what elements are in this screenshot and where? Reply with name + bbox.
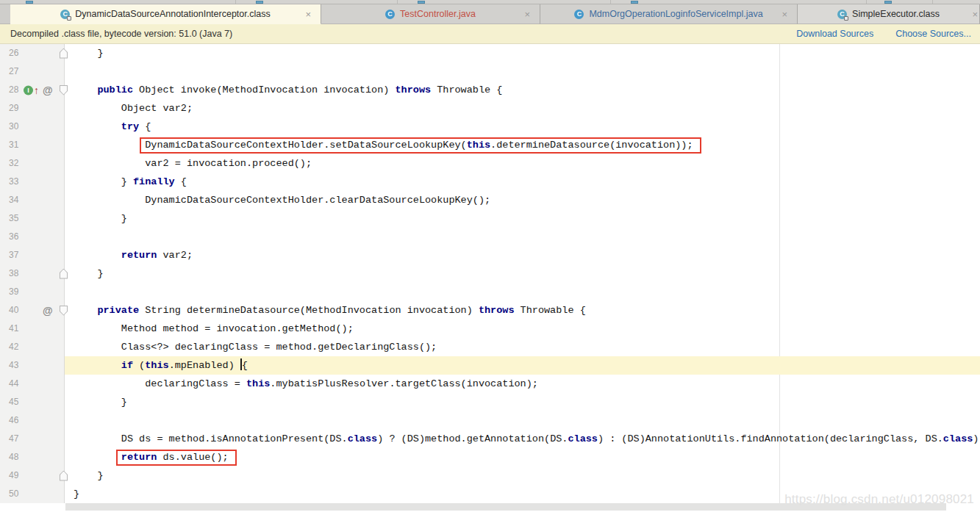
gutter-cell: 34 <box>0 191 65 209</box>
tab-bar-spacer <box>0 4 10 24</box>
editor-tab[interactable]: CMdmOrgOperationLoginfoServiceImpl.java× <box>540 4 798 24</box>
indent <box>74 470 97 481</box>
code-token: { <box>139 121 151 132</box>
indent <box>74 342 121 353</box>
gutter-cell: 36 <box>0 228 65 246</box>
choose-sources-link[interactable]: Choose Sources... <box>895 29 971 39</box>
code-line[interactable]: Class<?> declaringClass = method.getDecl… <box>65 338 980 356</box>
code-line[interactable]: return var2; <box>65 246 980 264</box>
close-tab-icon[interactable]: × <box>782 10 787 19</box>
gutter-cell: 35 <box>0 209 65 228</box>
editor-tab[interactable]: CDynamicDataSourceAnnotationInterceptor.… <box>10 4 321 24</box>
code-line[interactable]: return ds.value(); <box>65 448 980 466</box>
code-row: 32 var2 = invocation.proceed(); <box>0 154 980 173</box>
line-number: 49 <box>9 470 18 480</box>
gutter-cell: 38 <box>0 264 65 283</box>
download-sources-link[interactable]: Download Sources <box>796 29 873 39</box>
banner-links: Download SourcesChoose Sources... <box>796 29 973 39</box>
code-line[interactable]: } <box>65 393 980 411</box>
code-token: ) <box>973 433 979 444</box>
code-line[interactable]: } <box>65 209 980 228</box>
line-number: 41 <box>9 323 18 333</box>
editor-tab[interactable]: CTestController.java× <box>321 4 540 24</box>
code-row: 45 } <box>0 393 980 411</box>
fold-marker-icon[interactable] <box>60 306 68 316</box>
keyword-token: class <box>568 433 598 444</box>
close-tab-icon[interactable]: × <box>524 10 530 19</box>
code-token: String determineDatasource(MethodInvocat… <box>139 305 479 316</box>
code-token: } <box>121 397 127 408</box>
code-line[interactable]: DynamicDataSourceContextHolder.clearData… <box>65 191 980 209</box>
code-line[interactable] <box>65 283 980 301</box>
keyword-token: public <box>97 84 133 95</box>
code-token: var2 = invocation.proceed(); <box>145 158 312 169</box>
code-token: ds.value(); <box>157 452 228 463</box>
code-line[interactable]: } <box>65 44 980 62</box>
file-icon-fragment <box>631 1 638 4</box>
code-row: 33 } finally { <box>0 173 980 191</box>
code-line[interactable]: DynamicDataSourceContextHolder.setDataSo… <box>65 136 980 154</box>
line-number: 42 <box>9 342 18 352</box>
code-line[interactable]: if (this.mpEnabled) { <box>65 356 980 375</box>
fold-inner <box>60 86 67 95</box>
watermark-text: https://blog.csdn.net/u012098021 <box>784 492 974 507</box>
code-line[interactable]: Object var2; <box>65 99 980 118</box>
line-number: 33 <box>9 176 18 187</box>
code-token: Throwable { <box>431 84 502 95</box>
class-file-icon: C <box>60 10 70 19</box>
keyword-token: this <box>145 360 168 371</box>
code-line[interactable]: try { <box>65 118 980 136</box>
indent <box>74 48 97 59</box>
code-line[interactable] <box>65 62 980 81</box>
line-number: 29 <box>9 103 18 113</box>
implementing-method-icon[interactable]: I <box>24 85 33 95</box>
fold-marker-icon[interactable] <box>60 471 68 481</box>
code-line[interactable]: private String determineDatasource(Metho… <box>65 301 980 320</box>
code-line[interactable]: DS ds = method.isAnnotationPresent(DS.cl… <box>65 430 980 448</box>
close-tab-icon[interactable]: × <box>972 10 978 19</box>
code-line[interactable] <box>65 411 980 430</box>
close-tab-icon[interactable]: × <box>305 10 311 19</box>
gutter-cell: 30 <box>0 118 65 136</box>
code-line[interactable]: } <box>65 466 980 485</box>
override-marker-icon[interactable]: ↑ <box>34 85 39 95</box>
keyword-token: this <box>467 140 490 151</box>
tab-label: SimpleExecutor.class <box>852 9 940 19</box>
code-line[interactable]: Method method = invocation.getMethod(); <box>65 320 980 338</box>
code-row: 36 <box>0 228 980 246</box>
code-row: 27 <box>0 62 980 81</box>
code-line[interactable]: declaringClass = this.mybatisPlusResolve… <box>65 375 980 393</box>
code-row: 26 } <box>0 44 980 62</box>
code-token: var2; <box>157 250 193 261</box>
keyword-token: return <box>121 250 157 261</box>
code-row: 29 Object var2; <box>0 99 980 118</box>
fold-marker-icon[interactable] <box>60 48 68 59</box>
gutter-cell: 50 <box>0 485 65 503</box>
fold-marker-icon[interactable] <box>60 85 68 95</box>
code-line[interactable]: } finally { <box>65 173 980 191</box>
code-row: 30 try { <box>0 118 980 136</box>
code-line[interactable]: } <box>65 264 980 283</box>
indent <box>74 397 121 408</box>
code-row: 35 } <box>0 209 980 228</box>
gutter-cell: 28I↑@ <box>0 81 65 99</box>
code-line[interactable] <box>65 228 980 246</box>
code-row: 44 declaringClass = this.mybatisPlusReso… <box>0 375 980 393</box>
code-row: 38 } <box>0 264 980 283</box>
line-number: 50 <box>9 488 18 499</box>
java-class-icon: C <box>574 10 584 19</box>
fold-marker-icon[interactable] <box>60 269 68 279</box>
code-line[interactable]: var2 = invocation.proceed(); <box>65 154 980 173</box>
code-lines: 26 }2728I↑@ public Object invoke(MethodI… <box>0 44 980 503</box>
code-row: 31 DynamicDataSourceContextHolder.setDat… <box>0 136 980 154</box>
gutter-cell: 39 <box>0 283 65 301</box>
code-row: 47 DS ds = method.isAnnotationPresent(DS… <box>0 430 980 448</box>
indent <box>74 250 121 261</box>
fold-inner <box>60 270 67 278</box>
code-row: 34 DynamicDataSourceContextHolder.clearD… <box>0 191 980 209</box>
code-line[interactable]: public Object invoke(MethodInvocation in… <box>65 81 980 99</box>
editor[interactable]: 26 }2728I↑@ public Object invoke(MethodI… <box>0 44 980 512</box>
line-number: 38 <box>9 268 18 278</box>
line-number: 34 <box>9 195 18 205</box>
editor-tab[interactable]: CSimpleExecutor.class× <box>798 4 980 24</box>
